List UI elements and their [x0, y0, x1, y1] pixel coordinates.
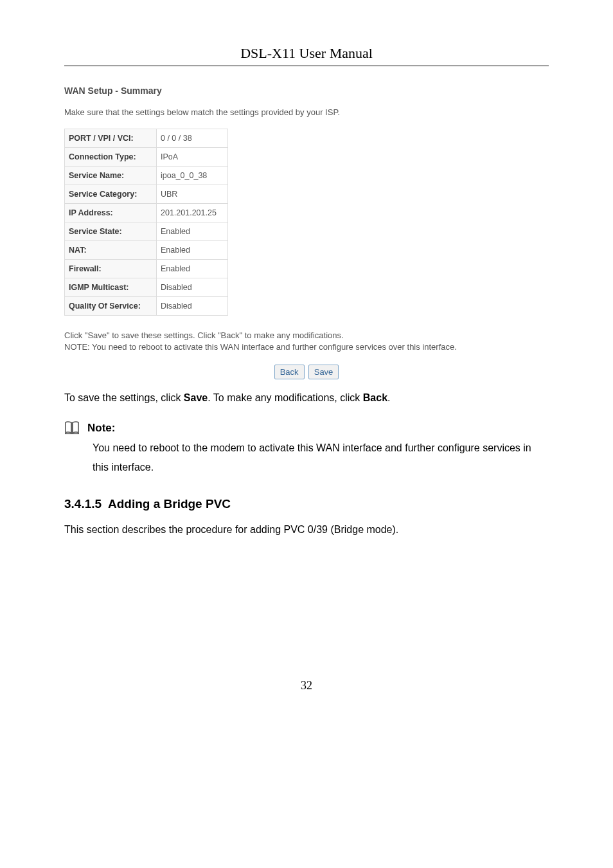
text-strong-back: Back: [363, 392, 387, 403]
section-heading: 3.4.1.5 Adding a Bridge PVC: [64, 497, 549, 511]
row-label: IP Address:: [65, 204, 157, 222]
row-value: 201.201.201.25: [157, 204, 228, 222]
row-value: Disabled: [157, 278, 228, 297]
text-fragment: To save the settings, click: [64, 392, 184, 403]
panel-description: Make sure that the settings below match …: [64, 107, 549, 117]
row-label: PORT / VPI / VCI:: [65, 129, 157, 148]
panel-title: WAN Setup - Summary: [64, 86, 549, 96]
row-value: IPoA: [157, 148, 228, 167]
table-row: Quality Of Service:Disabled: [65, 297, 228, 316]
section-number: 3.4.1.5: [64, 497, 102, 511]
note-block: Note: You need to reboot to the modem to…: [64, 420, 549, 478]
text-fragment: .: [387, 392, 390, 403]
row-label: NAT:: [65, 241, 157, 260]
note-label: Note:: [87, 422, 115, 435]
body-paragraph-save-back: To save the settings, click Save. To mak…: [64, 390, 549, 406]
section-body: This section describes the procedure for…: [64, 521, 549, 538]
table-row: Firewall:Enabled: [65, 260, 228, 278]
row-label: Service Name:: [65, 167, 157, 185]
row-value: Disabled: [157, 297, 228, 316]
document-header-title: DSL-X11 User Manual: [64, 45, 549, 66]
table-row: NAT:Enabled: [65, 241, 228, 260]
row-label: Firewall:: [65, 260, 157, 278]
row-value: Enabled: [157, 222, 228, 241]
save-button[interactable]: Save: [308, 365, 339, 379]
table-row: Service Name:ipoa_0_0_38: [65, 167, 228, 185]
note-body: You need to reboot to the modem to activ…: [93, 439, 549, 478]
instruction-line-2: NOTE: You need to reboot to activate thi…: [64, 342, 457, 352]
row-value: 0 / 0 / 38: [157, 129, 228, 148]
row-label: Service State:: [65, 222, 157, 241]
row-value: ipoa_0_0_38: [157, 167, 228, 185]
table-row: Service State:Enabled: [65, 222, 228, 241]
summary-table: PORT / VPI / VCI:0 / 0 / 38 Connection T…: [64, 129, 228, 316]
page-number: 32: [64, 679, 549, 692]
table-row: Service Category:UBR: [65, 185, 228, 204]
row-label: Service Category:: [65, 185, 157, 204]
panel-instructions: Click "Save" to save these settings. Cli…: [64, 330, 549, 353]
book-icon: [64, 420, 80, 435]
back-button[interactable]: Back: [274, 365, 305, 379]
row-label: IGMP Multicast:: [65, 278, 157, 297]
wan-summary-panel: WAN Setup - Summary Make sure that the s…: [64, 86, 549, 379]
text-fragment: . To make any modifications, click: [208, 392, 363, 403]
row-value: UBR: [157, 185, 228, 204]
row-label: Connection Type:: [65, 148, 157, 167]
row-value: Enabled: [157, 241, 228, 260]
table-row: Connection Type:IPoA: [65, 148, 228, 167]
button-row: Back Save: [64, 365, 549, 379]
section-title: Adding a Bridge PVC: [108, 497, 231, 511]
table-row: IP Address:201.201.201.25: [65, 204, 228, 222]
instruction-line-1: Click "Save" to save these settings. Cli…: [64, 330, 344, 340]
table-row: PORT / VPI / VCI:0 / 0 / 38: [65, 129, 228, 148]
row-value: Enabled: [157, 260, 228, 278]
text-strong-save: Save: [184, 392, 208, 403]
row-label: Quality Of Service:: [65, 297, 157, 316]
table-row: IGMP Multicast:Disabled: [65, 278, 228, 297]
